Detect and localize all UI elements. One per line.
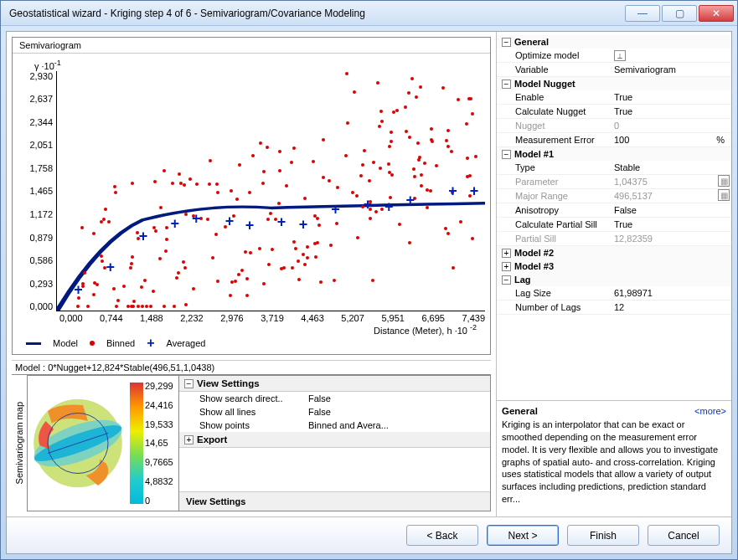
- collapse-icon[interactable]: −: [502, 150, 511, 159]
- expand-icon[interactable]: +: [502, 249, 511, 258]
- binned-point: [329, 244, 333, 247]
- view-row-show-points[interactable]: Show points Binned and Avera...: [179, 419, 490, 432]
- binned-point: [278, 169, 281, 172]
- binned-point: [415, 95, 418, 99]
- section-model3[interactable]: + Model #3: [497, 259, 731, 273]
- averaged-point: +: [171, 214, 180, 232]
- binned-point: [336, 186, 339, 189]
- next-button[interactable]: Next >: [487, 525, 559, 546]
- binned-point: [208, 182, 211, 186]
- binned-point: [130, 305, 133, 308]
- binned-point: [165, 226, 168, 229]
- binned-point: [178, 172, 181, 176]
- prop-calc-partial-sill[interactable]: Calculate Partial SillTrue: [497, 218, 731, 232]
- binned-point: [344, 154, 348, 157]
- finish-button[interactable]: Finish: [567, 525, 639, 546]
- binned-point: [333, 279, 336, 282]
- binned-point: [101, 259, 104, 263]
- binned-point: [114, 191, 117, 194]
- binned-point: [280, 267, 283, 270]
- expand-icon[interactable]: +: [502, 262, 511, 271]
- binned-point: [420, 173, 423, 177]
- binned-point: [83, 271, 86, 275]
- collapse-icon[interactable]: −: [502, 38, 511, 47]
- prop-lag-size[interactable]: Lag Size61,98971: [497, 286, 731, 301]
- colorbar-ticks: 29,299 24,416 19,533 14,65 9,7665 4,8832…: [145, 376, 178, 511]
- binned-point: [388, 145, 391, 148]
- prop-enable-nugget[interactable]: EnableTrue: [497, 90, 731, 105]
- prop-nugget: Nugget0: [497, 119, 731, 133]
- binned-point: [271, 248, 274, 251]
- binned-point: [441, 86, 445, 90]
- binned-point: [398, 223, 401, 226]
- prop-calc-nugget[interactable]: Calculate NuggetTrue: [497, 105, 731, 119]
- binned-point: [266, 146, 269, 149]
- prop-type[interactable]: TypeStable: [497, 161, 731, 175]
- close-button[interactable]: ✕: [699, 5, 734, 22]
- section-general[interactable]: − General: [497, 35, 731, 49]
- binned-point: [319, 280, 323, 284]
- binned-point: [426, 206, 429, 209]
- prop-variable[interactable]: Variable Semivariogram: [497, 63, 731, 77]
- plot-canvas[interactable]: +++++++++++++++: [56, 71, 485, 312]
- prop-measurement-error[interactable]: Measurement Error 100 %: [497, 133, 731, 147]
- binned-point: [184, 303, 188, 306]
- binned-point: [390, 131, 393, 134]
- binned-point: [328, 179, 331, 182]
- prop-anisotropy[interactable]: AnisotropyFalse: [497, 203, 731, 218]
- view-row-show-all-lines[interactable]: Show all lines False: [179, 405, 490, 419]
- x-axis-ticks: 0,000 0,744 1,488 2,232 2,976 3,719 4,46…: [18, 313, 485, 323]
- collapse-icon[interactable]: −: [184, 379, 194, 388]
- collapse-icon[interactable]: −: [502, 80, 511, 89]
- collapse-icon[interactable]: −: [502, 275, 511, 285]
- binned-point: [450, 150, 453, 153]
- view-settings-header[interactable]: − View Settings: [179, 376, 490, 392]
- binned-point: [259, 141, 262, 145]
- averaged-point: +: [384, 198, 394, 216]
- binned-point: [115, 305, 118, 308]
- binned-point: [355, 194, 359, 198]
- view-settings-panel: − View Settings Show search direct.. Fal…: [179, 375, 491, 511]
- binned-point: [152, 226, 156, 229]
- binned-point: [216, 191, 219, 194]
- view-row-search-direction[interactable]: Show search direct.. False: [179, 392, 490, 405]
- section-model1[interactable]: − Model #1: [497, 147, 731, 161]
- binned-point: [378, 125, 381, 128]
- binned-point: [416, 141, 420, 145]
- minimize-button[interactable]: —: [625, 5, 660, 22]
- binned-point: [100, 254, 103, 258]
- chart-title: Semivariogram: [13, 38, 490, 54]
- chart-legend: Model Binned + Averaged: [18, 336, 485, 352]
- prop-number-of-lags[interactable]: Number of Lags12: [497, 301, 731, 315]
- binned-point: [107, 220, 111, 223]
- binned-point: [390, 140, 393, 143]
- back-button[interactable]: < Back: [406, 525, 478, 546]
- prop-optimize-model[interactable]: Optimize model ⟂: [497, 49, 731, 63]
- more-link[interactable]: <more>: [694, 406, 726, 416]
- optimize-icon[interactable]: ⟂: [614, 50, 626, 61]
- legend-binned: Binned: [106, 338, 135, 348]
- section-lag[interactable]: − Lag: [497, 273, 731, 286]
- binned-dot-icon: [90, 341, 95, 346]
- section-model-nugget[interactable]: − Model Nugget: [497, 77, 731, 90]
- binned-point: [149, 305, 152, 308]
- binned-point: [404, 105, 407, 109]
- view-settings-footer: View Settings: [179, 491, 490, 511]
- binned-point: [216, 280, 219, 283]
- binned-point: [405, 130, 408, 133]
- export-header[interactable]: + Export: [179, 432, 490, 448]
- ellipsis-icon[interactable]: ▦: [718, 175, 730, 187]
- semivariogram-map[interactable]: 29,299 24,416 19,533 14,65 9,7665 4,8832…: [27, 375, 179, 511]
- binned-point: [359, 174, 363, 177]
- binned-point: [154, 229, 157, 233]
- binned-point: [145, 305, 148, 308]
- expand-icon[interactable]: +: [184, 435, 194, 444]
- model-curve: [57, 71, 485, 311]
- cancel-button[interactable]: Cancel: [648, 525, 720, 546]
- binned-point: [345, 72, 348, 75]
- binned-point: [423, 162, 426, 165]
- ellipsis-icon[interactable]: ▦: [718, 189, 730, 201]
- binned-point: [408, 136, 411, 139]
- maximize-button[interactable]: ▢: [662, 5, 697, 22]
- section-model2[interactable]: + Model #2: [497, 246, 731, 259]
